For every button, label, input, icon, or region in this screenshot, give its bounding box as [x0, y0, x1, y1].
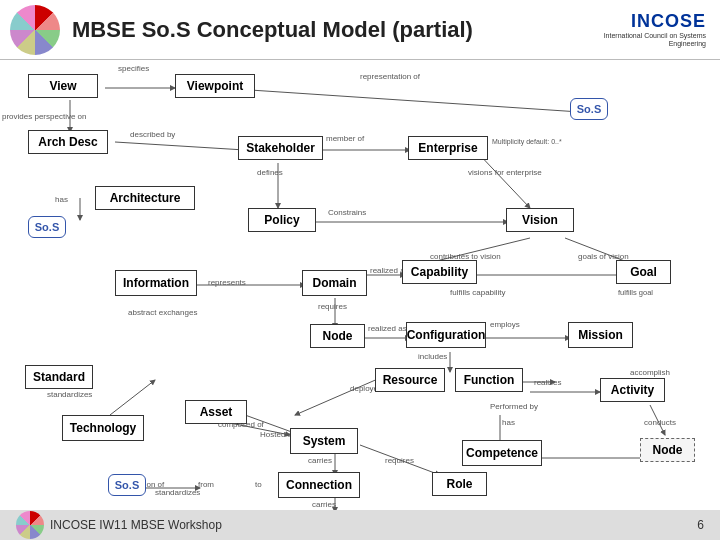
technology-box: Technology: [62, 415, 144, 441]
resource-box: Resource: [375, 368, 445, 392]
page-title: MBSE So.S Conceptual Model (partial): [72, 17, 586, 43]
fulfills-goal-label: fulfills goal: [618, 288, 653, 297]
domain-box: Domain: [302, 270, 367, 296]
enterprise-box: Enterprise: [408, 136, 488, 160]
footer-logo-circle: [16, 511, 44, 539]
role-box: Role: [432, 472, 487, 496]
multiplicity-label: Multiplicity default: 0..*: [492, 138, 562, 145]
has-label: has: [55, 195, 68, 204]
abstract-exchanges-label: abstract exchanges: [128, 308, 197, 317]
constrains-label: Constrains: [328, 208, 366, 217]
stakeholder-box: Stakeholder: [238, 136, 323, 160]
footer-workshop-text: INCOSE IW11 MBSE Workshop: [50, 518, 222, 532]
vision-box: Vision: [506, 208, 574, 232]
logo-circle: [10, 5, 60, 55]
mission-box: Mission: [568, 322, 633, 348]
view-box: View: [28, 74, 98, 98]
svg-line-3: [115, 142, 245, 150]
policy-box: Policy: [248, 208, 316, 232]
sos-bottom-box: So.S: [108, 474, 146, 496]
specifies-label: specifies: [118, 64, 149, 73]
provides-label: provides perspective on: [2, 112, 87, 121]
requires2-label: requires: [385, 456, 414, 465]
visions-label: visions for enterprise: [468, 168, 542, 177]
goal-box: Goal: [616, 260, 671, 284]
fulfills-label: fulfills capability: [450, 288, 506, 297]
standardizes-label: standardizes: [47, 390, 92, 399]
member-of-label: member of: [326, 134, 364, 143]
competence-box: Competence: [462, 440, 542, 466]
information-box: Information: [115, 270, 197, 296]
has-resource-label: has: [502, 418, 515, 427]
arch-desc-box: Arch Desc: [28, 130, 108, 154]
composed-of-label: composed of: [218, 420, 264, 429]
carries-label: carries: [308, 456, 332, 465]
svg-line-2: [220, 88, 580, 112]
realized-as-2-label: realized as: [368, 324, 407, 333]
described-by-label: described by: [130, 130, 175, 139]
architecture-box: Architecture: [95, 186, 195, 210]
incose-sub: International Council on Systems Enginee…: [586, 32, 706, 49]
system-box: System: [290, 428, 358, 454]
footer-page: 6: [697, 518, 704, 532]
diagram-area: View Viewpoint specifies provides perspe…: [0, 60, 720, 520]
representation-label: representation of: [360, 72, 420, 81]
standard-box: Standard: [25, 365, 93, 389]
standardizes2-label: standardizes: [155, 488, 200, 497]
performed-by-label: Performed by: [490, 402, 538, 411]
sos-top-box: So.S: [570, 98, 608, 120]
to-label: to: [255, 480, 262, 489]
footer: INCOSE IW11 MBSE Workshop 6: [0, 510, 720, 540]
function-box: Function: [455, 368, 523, 392]
includes-label: includes: [418, 352, 447, 361]
node2-box: Node: [640, 438, 695, 462]
node1-box: Node: [310, 324, 365, 348]
employs-label: employs: [490, 320, 520, 329]
realizes-label: realizes: [534, 378, 562, 387]
svg-line-25: [110, 380, 155, 415]
defines-label: defines: [257, 168, 283, 177]
from-label: from: [198, 480, 214, 489]
incose-text: INCOSE: [631, 11, 706, 32]
connection-box: Connection: [278, 472, 360, 498]
header: MBSE So.S Conceptual Model (partial) INC…: [0, 0, 720, 60]
represents-label: represents: [208, 278, 246, 287]
requires-label: requires: [318, 302, 347, 311]
incose-logo: INCOSE International Council on Systems …: [586, 11, 706, 49]
viewpoint-box: Viewpoint: [175, 74, 255, 98]
footer-left: INCOSE IW11 MBSE Workshop: [16, 511, 222, 539]
accomplish-label: accomplish: [630, 368, 670, 377]
configuration-box: Configuration: [406, 322, 486, 348]
activity-box: Activity: [600, 378, 665, 402]
carries2-label: carries: [312, 500, 336, 509]
sos-left-box: So.S: [28, 216, 66, 238]
conducts-label: conducts: [644, 418, 676, 427]
capability-box: Capability: [402, 260, 477, 284]
